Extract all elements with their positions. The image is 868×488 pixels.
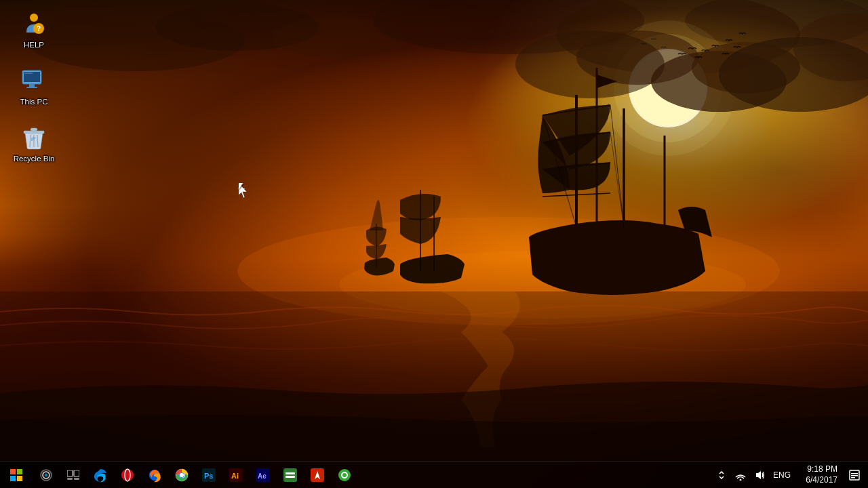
recyclebin-icon: [20, 124, 47, 151]
svg-point-6: [793, 14, 868, 81]
svg-point-11: [651, 51, 787, 112]
svg-rect-71: [285, 476, 295, 478]
svg-rect-48: [17, 476, 22, 481]
svg-point-3: [373, 0, 644, 54]
svg-point-16: [237, 217, 780, 325]
tray-volume-icon[interactable]: [751, 462, 768, 489]
taskbar-app-illustrator[interactable]: Ai: [222, 462, 250, 489]
thispc-icon: [20, 67, 47, 94]
svg-line-24: [542, 132, 610, 142]
taskbar-app-red[interactable]: [304, 462, 331, 489]
cortana-search-button[interactable]: [33, 462, 60, 489]
taskbar-app-firefox[interactable]: [141, 462, 168, 489]
task-view-button[interactable]: [60, 462, 87, 489]
svg-point-10: [600, 20, 736, 156]
svg-rect-45: [10, 469, 16, 474]
svg-rect-53: [74, 470, 79, 476]
tray-language-indicator[interactable]: ENG: [770, 462, 794, 489]
recyclebin-icon-label: Recycle Bin: [14, 154, 55, 164]
taskbar: Ps Ai Ae: [0, 461, 868, 488]
taskbar-app-photoshop[interactable]: Ps: [195, 462, 222, 489]
taskbar-app-edge[interactable]: [87, 462, 114, 489]
taskbar-app-chrome[interactable]: [168, 462, 195, 489]
thispc-icon-label: This PC: [20, 97, 48, 107]
svg-rect-69: [283, 468, 297, 482]
svg-point-17: [339, 251, 746, 319]
svg-point-2: [271, 17, 407, 58]
desktop: ? HELP This PC: [0, 0, 868, 488]
svg-line-23: [542, 105, 610, 115]
svg-line-28: [610, 105, 624, 227]
svg-point-5: [685, 0, 868, 47]
svg-line-27: [542, 115, 576, 227]
taskbar-app-opera[interactable]: [114, 462, 141, 489]
svg-text:Ps: Ps: [204, 472, 213, 480]
svg-rect-44: [31, 128, 37, 131]
svg-point-9: [614, 34, 722, 142]
svg-rect-47: [10, 476, 16, 481]
svg-point-13: [719, 37, 868, 112]
svg-text:?: ?: [37, 25, 41, 33]
taskbar-apps: Ps Ai Ae: [87, 462, 713, 489]
desktop-icon-help[interactable]: ? HELP: [7, 7, 61, 54]
svg-rect-43: [24, 131, 44, 134]
tray-overflow-button[interactable]: [713, 462, 730, 489]
svg-point-7: [629, 49, 707, 127]
svg-rect-39: [26, 87, 37, 88]
svg-point-4: [556, 0, 800, 75]
start-button[interactable]: [0, 462, 33, 489]
svg-point-75: [342, 473, 347, 477]
svg-rect-54: [67, 478, 73, 480]
svg-point-8: [631, 51, 705, 125]
svg-point-33: [30, 14, 38, 22]
taskbar-app-green1[interactable]: [277, 462, 304, 489]
svg-rect-52: [67, 470, 73, 476]
system-tray: ENG 9:18 PM 6/4/2017: [713, 462, 868, 489]
desktop-icon-thispc[interactable]: This PC: [7, 64, 61, 110]
clock-date: 6/4/2017: [806, 475, 837, 486]
taskbar-app-aftereffects[interactable]: Ae: [250, 462, 277, 489]
help-icon-label: HELP: [24, 40, 44, 50]
svg-point-15: [515, 30, 665, 98]
svg-point-62: [180, 473, 184, 477]
system-clock[interactable]: 9:18 PM 6/4/2017: [795, 462, 843, 489]
svg-rect-78: [851, 473, 858, 474]
svg-rect-46: [17, 469, 22, 474]
action-center-button[interactable]: [844, 462, 865, 489]
svg-point-76: [739, 479, 741, 481]
taskbar-app-green2[interactable]: [331, 462, 358, 489]
svg-rect-18: [0, 291, 868, 461]
svg-text:Ai: Ai: [231, 472, 239, 480]
svg-point-51: [45, 474, 47, 476]
svg-rect-70: [285, 472, 295, 474]
tray-network-icon[interactable]: [732, 462, 749, 489]
svg-rect-79: [851, 475, 858, 476]
svg-rect-80: [851, 477, 855, 479]
svg-point-1: [156, 3, 319, 51]
svg-line-29: [610, 132, 624, 227]
svg-point-12: [692, 42, 800, 94]
clock-time: 9:18 PM: [807, 464, 837, 475]
svg-text:Ae: Ae: [258, 472, 267, 480]
svg-rect-38: [29, 84, 35, 87]
help-icon: ?: [20, 10, 47, 37]
svg-point-57: [125, 469, 130, 481]
desktop-icon-recyclebin[interactable]: Recycle Bin: [7, 121, 61, 167]
svg-rect-55: [74, 478, 79, 480]
svg-point-14: [576, 30, 698, 85]
desktop-icons: ? HELP This PC: [7, 7, 61, 167]
svg-line-26: [542, 193, 610, 197]
svg-line-25: [542, 163, 610, 169]
